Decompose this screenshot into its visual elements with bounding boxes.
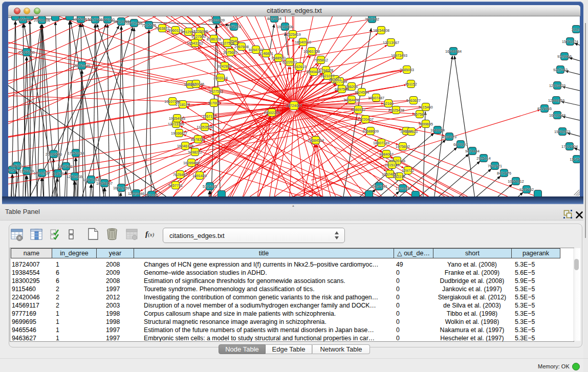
svg-text:8960124: 8960124 xyxy=(168,28,183,33)
svg-text:1167533: 1167533 xyxy=(570,157,580,162)
svg-text:10607487: 10607487 xyxy=(368,96,384,100)
svg-text:9227342: 9227342 xyxy=(553,68,568,72)
svg-text:7986532: 7986532 xyxy=(351,107,365,112)
svg-text:12213967: 12213967 xyxy=(383,40,399,45)
svg-text:3624554: 3624554 xyxy=(355,90,369,95)
svg-text:18724007: 18724007 xyxy=(286,103,302,108)
svg-text:11325419: 11325419 xyxy=(285,32,300,37)
svg-text:9146821: 9146821 xyxy=(259,51,273,56)
svg-text:9242848: 9242848 xyxy=(217,64,232,69)
svg-text:11124: 11124 xyxy=(572,27,580,32)
svg-text:252214: 252214 xyxy=(393,174,405,179)
svg-text:1162615: 1162615 xyxy=(292,64,306,69)
svg-text:39154: 39154 xyxy=(8,168,17,172)
svg-text:7515526: 7515526 xyxy=(142,23,156,28)
svg-text:357584: 357584 xyxy=(413,112,426,117)
svg-text:16671355: 16671355 xyxy=(126,21,142,26)
svg-text:3267110: 3267110 xyxy=(202,114,216,119)
svg-text:20691406: 20691406 xyxy=(34,18,50,23)
svg-text:8938923: 8938923 xyxy=(442,135,456,139)
svg-text:14055712: 14055712 xyxy=(15,17,31,22)
svg-text:8215955: 8215955 xyxy=(537,106,552,111)
svg-text:8471676: 8471676 xyxy=(497,171,511,176)
svg-text:16046738: 16046738 xyxy=(177,144,193,148)
svg-text:19384554: 19384554 xyxy=(308,138,324,143)
svg-text:6322037: 6322037 xyxy=(282,60,297,64)
svg-text:9457791: 9457791 xyxy=(168,183,183,188)
svg-text:3498222: 3498222 xyxy=(188,150,202,155)
svg-text:16648784: 16648784 xyxy=(445,49,462,54)
svg-text:8813054: 8813054 xyxy=(267,16,281,21)
svg-text:18807249: 18807249 xyxy=(373,141,389,145)
svg-text:9899695: 9899695 xyxy=(419,122,433,126)
svg-text:1691449: 1691449 xyxy=(192,173,207,178)
svg-text:15692971: 15692971 xyxy=(554,129,571,134)
svg-text:7663822: 7663822 xyxy=(155,26,169,31)
svg-text:934923: 934923 xyxy=(405,129,418,134)
svg-text:12444152: 12444152 xyxy=(548,98,564,103)
svg-text:751152: 751152 xyxy=(405,82,417,86)
svg-text:19166827: 19166827 xyxy=(171,131,187,136)
svg-text:26053346: 26053346 xyxy=(74,63,90,68)
svg-text:7485003: 7485003 xyxy=(400,68,414,72)
svg-text:9329966: 9329966 xyxy=(557,54,572,59)
svg-text:12213369: 12213369 xyxy=(168,122,184,126)
svg-text:16543362: 16543362 xyxy=(187,41,203,46)
svg-text:12342737: 12342737 xyxy=(34,171,50,176)
svg-text:9777169: 9777169 xyxy=(333,79,347,84)
svg-text:16099489: 16099489 xyxy=(183,161,200,165)
svg-text:16961758: 16961758 xyxy=(303,49,320,54)
svg-text:12093822: 12093822 xyxy=(549,83,565,88)
svg-text:7955812: 7955812 xyxy=(314,58,328,62)
svg-text:1975692: 1975692 xyxy=(396,144,410,149)
svg-text:1815132: 1815132 xyxy=(385,163,399,167)
svg-text:10958107: 10958107 xyxy=(96,181,113,186)
svg-text:15302275: 15302275 xyxy=(264,111,280,115)
svg-text:17359934: 17359934 xyxy=(68,151,84,156)
svg-text:14136141: 14136141 xyxy=(371,184,387,189)
svg-text:19218506: 19218506 xyxy=(277,25,293,29)
svg-text:3427552: 3427552 xyxy=(209,89,223,94)
svg-text:6794028: 6794028 xyxy=(319,68,333,73)
svg-text:10688609: 10688609 xyxy=(362,129,379,134)
svg-text:10025438: 10025438 xyxy=(388,108,404,113)
svg-text:30975867: 30975867 xyxy=(58,164,74,169)
svg-text:8186328: 8186328 xyxy=(207,37,221,41)
svg-text:20165130: 20165130 xyxy=(18,50,35,55)
svg-text:9463627: 9463627 xyxy=(406,98,421,103)
svg-text:16210643: 16210643 xyxy=(549,113,565,118)
svg-text:9245652: 9245652 xyxy=(519,187,534,192)
svg-text:10973493: 10973493 xyxy=(391,53,407,58)
svg-text:20206506: 20206506 xyxy=(46,152,62,157)
svg-text:10107552: 10107552 xyxy=(164,99,181,104)
svg-text:9084067: 9084067 xyxy=(379,152,394,157)
svg-text:15720407: 15720407 xyxy=(357,117,374,122)
svg-text:10653267: 10653267 xyxy=(73,17,89,21)
svg-text:6879197: 6879197 xyxy=(453,142,468,147)
svg-text:114519: 114519 xyxy=(52,171,63,176)
svg-text:2803144: 2803144 xyxy=(213,76,228,80)
svg-text:6966160: 6966160 xyxy=(100,17,115,22)
svg-text:9474444: 9474444 xyxy=(465,149,480,154)
svg-text:9127500: 9127500 xyxy=(191,34,206,39)
svg-text:17016504: 17016504 xyxy=(561,144,578,149)
svg-text:7632621: 7632621 xyxy=(488,164,502,168)
svg-text:129722: 129722 xyxy=(402,168,414,173)
svg-text:3546: 3546 xyxy=(230,39,238,43)
svg-text:5226058: 5226058 xyxy=(193,29,208,34)
svg-text:317006: 317006 xyxy=(208,101,220,105)
svg-text:20364436: 20364436 xyxy=(343,98,360,102)
svg-text:12503135: 12503135 xyxy=(67,174,83,179)
svg-text:9115460: 9115460 xyxy=(419,105,432,110)
svg-text:16154808: 16154808 xyxy=(373,28,389,33)
svg-text:1733426: 1733426 xyxy=(396,186,410,191)
svg-text:23420046: 23420046 xyxy=(188,82,204,86)
svg-text:16782759: 16782759 xyxy=(113,186,129,190)
svg-text:10654112: 10654112 xyxy=(508,179,524,184)
svg-text:2967608: 2967608 xyxy=(234,45,249,49)
svg-text:16033809: 16033809 xyxy=(208,18,225,23)
svg-text:2935114: 2935114 xyxy=(476,156,490,161)
svg-text:12323446: 12323446 xyxy=(128,191,144,196)
svg-text:2687682: 2687682 xyxy=(365,17,379,21)
svg-text:62160: 62160 xyxy=(383,101,394,106)
